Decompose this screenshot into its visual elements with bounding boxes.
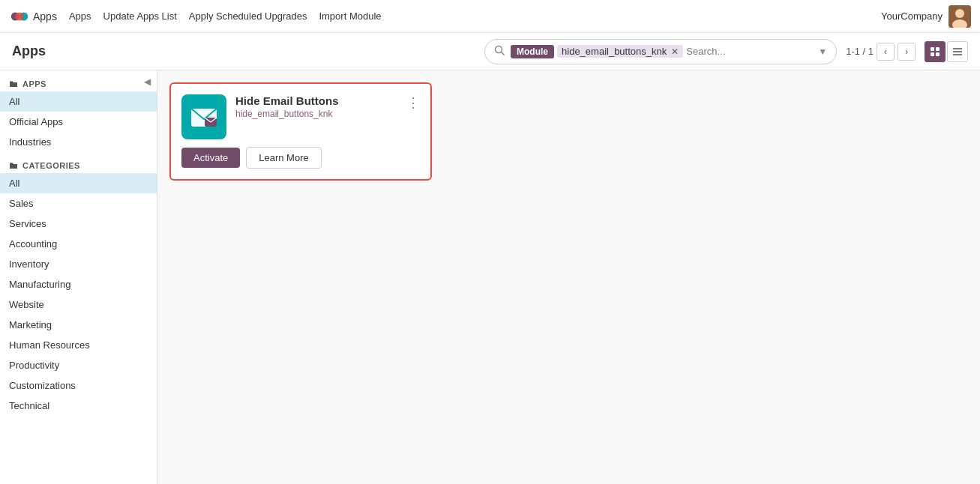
pagination-label: 1-1 / 1: [846, 46, 874, 57]
svg-rect-9: [936, 47, 940, 51]
second-nav: Apps Module hide_email_buttons_knk ✕ ▼ 1…: [0, 33, 980, 70]
prev-page-button[interactable]: ‹: [877, 43, 895, 61]
app-icon-svg: [185, 98, 223, 136]
app-card-header: Hide Email Buttons hide_email_buttons_kn…: [181, 94, 420, 139]
top-nav-right: YourCompany: [881, 5, 971, 28]
sidebar-item-industries[interactable]: Industries: [0, 132, 157, 152]
svg-line-7: [502, 52, 505, 55]
list-icon: [952, 46, 963, 57]
sidebar-item-marketing[interactable]: Marketing: [0, 315, 157, 335]
app-card-actions: Activate Learn More: [181, 147, 420, 169]
svg-point-2: [15, 12, 23, 20]
folder-icon: [9, 79, 18, 88]
search-icon: [491, 45, 508, 58]
search-input[interactable]: [686, 46, 812, 57]
sidebar-item-inventory[interactable]: Inventory: [0, 254, 157, 274]
app-icon: [181, 94, 226, 139]
sidebar-item-technical[interactable]: Technical: [0, 396, 157, 416]
list-view-button[interactable]: [947, 41, 968, 62]
sidebar-item-human-resources[interactable]: Human Resources: [0, 335, 157, 355]
activate-button[interactable]: Activate: [181, 148, 240, 168]
nav-apps[interactable]: Apps: [69, 10, 91, 22]
pagination: 1-1 / 1 ‹ ›: [846, 43, 916, 61]
nav-apply-upgrades[interactable]: Apply Scheduled Upgrades: [189, 10, 307, 22]
logo-label: Apps: [33, 10, 57, 22]
sidebar-item-manufacturing[interactable]: Manufacturing: [0, 274, 157, 294]
apps-section-header: APPS: [0, 70, 157, 91]
nav-update-apps[interactable]: Update Apps List: [103, 10, 177, 22]
svg-rect-10: [931, 52, 934, 56]
view-toggle: [925, 41, 968, 62]
sidebar-item-sales[interactable]: Sales: [0, 193, 157, 214]
company-name: YourCompany: [881, 10, 943, 22]
kanban-icon: [930, 46, 940, 57]
main-content: Hide Email Buttons hide_email_buttons_kn…: [157, 70, 980, 484]
app-module-id: hide_email_buttons_knk: [235, 109, 397, 119]
sidebar-item-services[interactable]: Services: [0, 214, 157, 234]
categories-section-label: CATEGORIES: [22, 161, 80, 170]
avatar-icon: [949, 5, 971, 28]
sidebar-item-website[interactable]: Website: [0, 294, 157, 315]
search-bar: Module hide_email_buttons_knk ✕ ▼: [484, 39, 837, 64]
logo[interactable]: Apps: [9, 6, 57, 27]
svg-rect-11: [936, 52, 940, 56]
next-page-button[interactable]: ›: [898, 43, 916, 61]
app-menu-dots[interactable]: ⋮: [406, 94, 420, 111]
sidebar-item-official-apps[interactable]: Official Apps: [0, 112, 157, 132]
avatar[interactable]: [949, 5, 971, 28]
app-card: Hide Email Buttons hide_email_buttons_kn…: [169, 82, 432, 181]
nav-import-module[interactable]: Import Module: [319, 10, 381, 22]
logo-icon: [9, 6, 30, 27]
top-nav-links: Apps Update Apps List Apply Scheduled Up…: [69, 10, 382, 22]
sidebar-item-customizations[interactable]: Customizations: [0, 375, 157, 396]
top-nav: Apps Apps Update Apps List Apply Schedul…: [0, 0, 980, 33]
sidebar-item-accounting[interactable]: Accounting: [0, 234, 157, 254]
categories-section-header: CATEGORIES: [0, 152, 157, 173]
kanban-view-button[interactable]: [925, 41, 946, 62]
app-info: Hide Email Buttons hide_email_buttons_kn…: [235, 94, 397, 119]
learn-more-button[interactable]: Learn More: [246, 147, 321, 169]
search-tag-value: hide_email_buttons_knk: [562, 46, 667, 57]
module-badge: Module: [511, 45, 554, 58]
sidebar-item-all-categories[interactable]: All: [0, 173, 157, 193]
sidebar-item-all-apps[interactable]: All: [0, 91, 157, 112]
apps-section-label: APPS: [22, 79, 46, 88]
page-title: Apps: [12, 43, 46, 59]
search-dropdown-icon[interactable]: ▼: [815, 46, 830, 57]
svg-rect-8: [931, 47, 934, 51]
sidebar: ◀ APPS All Official Apps Industries CATE…: [0, 70, 157, 484]
sidebar-item-productivity[interactable]: Productivity: [0, 355, 157, 375]
sidebar-collapse-button[interactable]: ◀: [144, 76, 151, 87]
search-tag: hide_email_buttons_knk ✕: [557, 45, 683, 58]
svg-point-4: [955, 9, 964, 18]
main-layout: ◀ APPS All Official Apps Industries CATE…: [0, 70, 980, 484]
folder-icon-categories: [9, 161, 18, 170]
app-name: Hide Email Buttons: [235, 94, 397, 107]
search-tag-close-icon[interactable]: ✕: [671, 46, 679, 57]
